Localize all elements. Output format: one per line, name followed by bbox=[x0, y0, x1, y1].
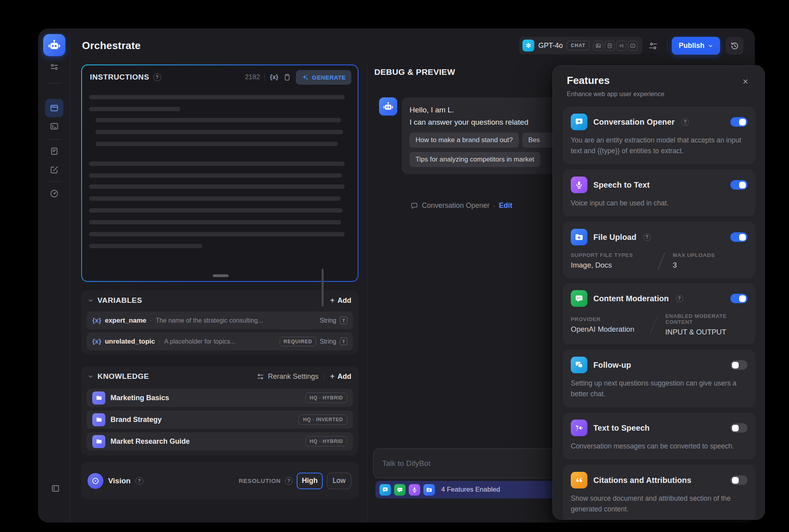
publish-button[interactable]: Publish bbox=[672, 37, 720, 55]
chevron-down-icon[interactable] bbox=[88, 297, 94, 304]
openai-logo-icon: ✻ bbox=[522, 40, 534, 51]
feature-card-text-to-speech: T Text to Speech Conversation messages c… bbox=[563, 412, 755, 460]
skeleton-line bbox=[95, 118, 341, 122]
rerank-settings-button[interactable]: Rerank Settings bbox=[257, 372, 318, 381]
skeleton-line bbox=[89, 232, 345, 236]
feature-toggle[interactable] bbox=[730, 180, 747, 190]
vision-section: Vision ? RESOLUTION ? High Low bbox=[81, 462, 358, 500]
help-icon[interactable]: ? bbox=[135, 477, 143, 485]
sidebar-collapse-icon[interactable] bbox=[51, 484, 60, 493]
variable-row[interactable]: {x} expert_name · The name of the strate… bbox=[87, 312, 353, 329]
knowledge-row[interactable]: Market Research Guide HQ · HYBRID bbox=[87, 432, 353, 450]
model-name: GPT-4o bbox=[538, 42, 563, 50]
folder-upload-icon bbox=[571, 229, 587, 245]
sidebar-item-logs-icon[interactable] bbox=[50, 146, 59, 156]
help-icon[interactable]: ? bbox=[681, 118, 689, 126]
robot-icon bbox=[48, 38, 61, 52]
add-variable-button[interactable]: + Add bbox=[330, 296, 351, 305]
resolution-high-button[interactable]: High bbox=[297, 473, 323, 489]
feature-toggle[interactable] bbox=[730, 294, 747, 303]
sidebar bbox=[38, 28, 71, 522]
vision-title: Vision bbox=[108, 477, 131, 485]
field-label: PROVIDER bbox=[571, 316, 642, 322]
variable-name: unrelated_topic bbox=[105, 338, 155, 346]
add-knowledge-button[interactable]: + Add bbox=[330, 372, 351, 381]
feature-card-speech-to-text: Speech to Text Voice input can be used i… bbox=[563, 169, 755, 217]
text-speaker-icon: T bbox=[571, 420, 587, 436]
variables-title: VARIABLES bbox=[97, 296, 142, 305]
model-mode-badge: CHAT bbox=[567, 41, 589, 50]
help-icon[interactable]: ? bbox=[676, 295, 683, 302]
skeleton-line bbox=[89, 196, 341, 201]
resize-drag-handle[interactable] bbox=[213, 274, 229, 277]
feature-card-citations: Citations and Attributions Show source d… bbox=[563, 465, 755, 520]
chevron-down-icon[interactable] bbox=[88, 373, 94, 380]
help-icon[interactable]: ? bbox=[153, 73, 161, 81]
image-capability-icon bbox=[593, 41, 603, 51]
sidebar-item-monitoring-gauge-icon[interactable] bbox=[50, 189, 59, 198]
microphone-icon bbox=[571, 177, 587, 193]
field-value: 3 bbox=[673, 261, 715, 270]
history-button[interactable] bbox=[726, 37, 743, 55]
clipboard-icon[interactable] bbox=[283, 73, 291, 81]
string-type-icon: T bbox=[340, 317, 347, 324]
variables-section: VARIABLES + Add {x} expert_name · The na… bbox=[81, 290, 358, 354]
knowledge-name: Marketing Basics bbox=[111, 394, 169, 402]
feature-desc: Setting up next questions suggestion can… bbox=[571, 378, 747, 399]
message-dots-icon bbox=[571, 290, 587, 307]
dataset-folder-icon bbox=[92, 435, 105, 448]
model-selector[interactable]: ✻ GPT-4o CHAT bbox=[519, 37, 642, 54]
window-icon bbox=[50, 103, 59, 113]
history-clock-icon bbox=[730, 41, 739, 51]
variable-name: expert_name bbox=[105, 317, 147, 325]
knowledge-row[interactable]: Marketing Basics HQ · HYBRID bbox=[87, 389, 353, 407]
features-panel-subtitle: Enhance web app user experience bbox=[567, 91, 664, 98]
debug-preview-title: DEBUG & PREVIEW bbox=[374, 67, 455, 77]
publish-label: Publish bbox=[678, 42, 704, 50]
string-type-icon: T bbox=[340, 338, 347, 345]
suggested-question-chip[interactable]: How to make a brand stand out? bbox=[410, 133, 519, 148]
feature-toggle[interactable] bbox=[730, 423, 747, 433]
knowledge-name: Market Research Guide bbox=[111, 437, 190, 446]
variable-icon: {x} bbox=[92, 317, 101, 325]
feature-toggle[interactable] bbox=[730, 232, 747, 242]
insert-variable-icon[interactable]: {x} bbox=[270, 74, 278, 81]
help-icon[interactable]: ? bbox=[285, 477, 293, 485]
resolution-low-button[interactable]: Low bbox=[327, 473, 351, 489]
separator-dot: · bbox=[493, 202, 495, 209]
feature-card-content-moderation: Content Moderation ? PROVIDER OpenAI Mod… bbox=[563, 283, 755, 344]
feature-title: Text to Speech bbox=[593, 424, 650, 433]
chat-input-placeholder: Talk to DifyBot bbox=[382, 459, 430, 468]
help-icon[interactable]: ? bbox=[643, 234, 651, 241]
field-label: ENABLED MODERATE CONTENT bbox=[665, 313, 747, 325]
sidebar-item-annotation-edit-icon[interactable] bbox=[50, 165, 59, 175]
sidebar-item-terminal-icon[interactable] bbox=[50, 122, 59, 131]
sidebar-divider bbox=[47, 83, 62, 84]
skeleton-line bbox=[95, 142, 338, 146]
knowledge-row[interactable]: Brand Strategy HQ · INVERTED bbox=[87, 410, 353, 429]
suggested-question-chip[interactable]: Tips for analyzing competitors in market bbox=[410, 152, 540, 167]
sidebar-item-settings-sliders-icon[interactable] bbox=[50, 62, 59, 72]
sidebar-divider bbox=[47, 139, 62, 140]
audio-capability-icon bbox=[616, 41, 626, 51]
rerank-label: Rerank Settings bbox=[268, 372, 318, 381]
edit-opener-link[interactable]: Edit bbox=[499, 201, 512, 210]
dataset-folder-icon bbox=[92, 413, 105, 426]
feature-desc: Conversation messages can be converted t… bbox=[571, 441, 747, 452]
feature-toggle[interactable] bbox=[730, 475, 747, 485]
model-config-sliders-icon[interactable] bbox=[648, 41, 658, 51]
variable-desc: The name of the strategic consulting... bbox=[156, 317, 263, 324]
instructions-title: INSTRUCTIONS bbox=[90, 73, 149, 82]
app-logo-robot-icon[interactable] bbox=[43, 34, 65, 56]
close-icon[interactable]: × bbox=[740, 76, 751, 87]
quote-icon bbox=[571, 472, 587, 488]
feature-toggle[interactable] bbox=[730, 117, 747, 127]
generate-button[interactable]: GENERATE bbox=[296, 70, 351, 85]
folder-upload-icon bbox=[423, 484, 435, 496]
scrollbar-thumb[interactable] bbox=[322, 269, 324, 306]
sidebar-item-orchestrate[interactable] bbox=[45, 99, 63, 117]
feature-desc: You are an entity extraction model that … bbox=[571, 135, 747, 156]
variable-row[interactable]: {x} unrelated_topic · A placeholder for … bbox=[87, 332, 353, 350]
features-enabled-label: 4 Features Enabled bbox=[441, 486, 500, 494]
feature-toggle[interactable] bbox=[730, 360, 747, 370]
